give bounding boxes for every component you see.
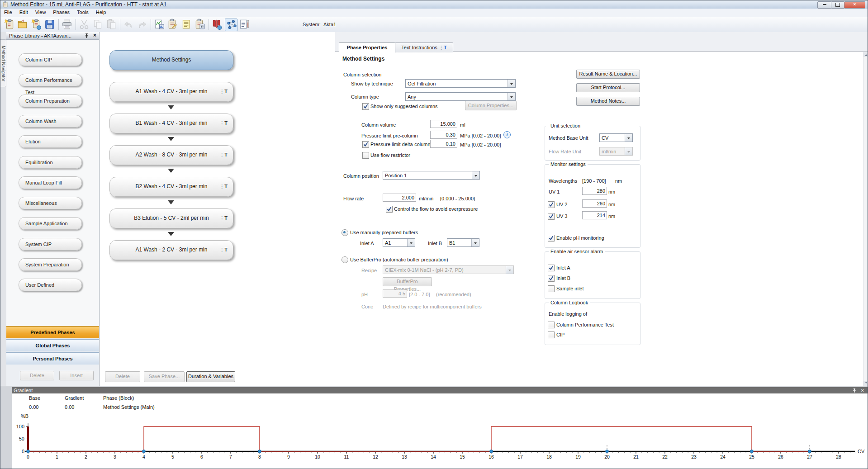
pin-icon[interactable] bbox=[84, 33, 89, 39]
sample-tubes-icon[interactable] bbox=[211, 19, 223, 30]
scroll-down-icon[interactable] bbox=[863, 381, 868, 386]
text-instructions-icon[interactable] bbox=[180, 19, 192, 30]
menu-view[interactable]: View bbox=[32, 9, 50, 17]
uv1-input[interactable]: 280 bbox=[582, 187, 607, 195]
start-protocol-button[interactable]: Start Protocol... bbox=[576, 83, 640, 92]
minimize-button[interactable] bbox=[817, 1, 831, 9]
method-phase-block[interactable]: A1 Wash - 2 CV - 3ml per min⋮T bbox=[109, 240, 233, 260]
phase-text-marker-icon[interactable]: ⋮T bbox=[219, 177, 228, 196]
phase-library-item[interactable]: Miscellaneous bbox=[19, 197, 82, 209]
ph-input[interactable]: 4.5 bbox=[383, 289, 407, 298]
flow-delete-button[interactable]: Delete bbox=[105, 371, 140, 382]
phase-library-item[interactable]: Sample Application bbox=[19, 217, 82, 230]
log-cip-checkbox[interactable] bbox=[548, 332, 555, 338]
scroll-up-icon[interactable] bbox=[863, 52, 868, 57]
phase-text-marker-icon[interactable]: ⋮T bbox=[219, 146, 228, 164]
log-cpt-checkbox[interactable] bbox=[548, 322, 555, 328]
phase-library-item[interactable]: System CIP bbox=[19, 238, 82, 251]
use-flow-restrictor-checkbox[interactable] bbox=[362, 152, 369, 159]
tab-text-instructions[interactable]: Text Instructions ⋮T bbox=[395, 43, 453, 52]
pin-icon[interactable] bbox=[852, 388, 857, 394]
method-notes-button[interactable]: Method Notes... bbox=[576, 97, 640, 106]
phase-library-item[interactable]: Column Performance Test bbox=[19, 74, 82, 86]
open-method-icon[interactable] bbox=[17, 19, 28, 30]
redo-icon[interactable] bbox=[136, 19, 148, 30]
show-only-suggested-checkbox[interactable] bbox=[362, 103, 369, 110]
system-settings-icon[interactable] bbox=[238, 19, 250, 30]
manual-buffers-radio[interactable] bbox=[342, 229, 348, 236]
flow-rate-unit-select[interactable]: ml/min bbox=[599, 147, 633, 156]
library-delete-button[interactable]: Delete bbox=[20, 371, 54, 380]
inlet-b-select[interactable]: B1 bbox=[447, 238, 479, 247]
method-phase-block[interactable]: B3 Elution - 5 CV - 2ml per min⋮T bbox=[109, 208, 233, 228]
close-icon[interactable]: × bbox=[861, 387, 864, 393]
library-insert-button[interactable]: Insert bbox=[59, 371, 94, 380]
flow-rate-input[interactable]: 2.000 bbox=[383, 194, 416, 202]
maximize-button[interactable] bbox=[831, 1, 844, 9]
method-settings-block[interactable]: Method Settings bbox=[109, 50, 233, 70]
tab-phase-properties[interactable]: Phase Properties bbox=[339, 43, 395, 53]
uv3-input[interactable]: 214 bbox=[582, 211, 607, 219]
menu-file[interactable]: File bbox=[0, 9, 16, 17]
method-phase-block[interactable]: B2 Wash - 4 CV - 3ml per min⋮T bbox=[109, 177, 233, 197]
phase-library-item[interactable]: User Defined bbox=[19, 279, 82, 291]
column-properties-button[interactable]: Column Properties... bbox=[465, 101, 517, 110]
category-tab-global-phases[interactable]: Global Phases bbox=[6, 339, 99, 351]
column-type-select[interactable]: Any bbox=[405, 92, 516, 101]
method-phase-block[interactable]: A1 Wash - 4 CV - 3ml per min⋮T bbox=[109, 82, 233, 102]
uv2-input[interactable]: 260 bbox=[582, 199, 607, 208]
method-base-unit-select[interactable]: CV bbox=[599, 133, 633, 142]
menu-help[interactable]: Help bbox=[92, 9, 110, 17]
menu-tools[interactable]: Tools bbox=[73, 9, 92, 17]
close-icon[interactable]: × bbox=[93, 33, 96, 38]
bufferpro-properties-button[interactable]: BufferPro Properties... bbox=[383, 277, 432, 286]
pressure-pre-input[interactable]: 0.30 bbox=[430, 131, 457, 139]
new-method-icon[interactable] bbox=[3, 19, 15, 30]
print-icon[interactable] bbox=[61, 19, 73, 30]
phase-properties-icon[interactable] bbox=[167, 19, 179, 30]
method-navigator-tab[interactable]: Method Navigator bbox=[0, 39, 6, 87]
evaluation-icon[interactable] bbox=[153, 19, 165, 30]
enable-ph-checkbox[interactable] bbox=[548, 235, 555, 242]
phase-library-item[interactable]: Column Preparation bbox=[19, 95, 82, 107]
control-flow-checkbox[interactable] bbox=[386, 206, 393, 213]
menu-edit[interactable]: Edit bbox=[16, 9, 32, 17]
method-phase-block[interactable]: B1 Wash - 4 CV - 3ml per min⋮T bbox=[109, 114, 233, 133]
column-position-select[interactable]: Position 1 bbox=[383, 171, 480, 180]
flow-save-phase-button[interactable]: Save Phase... bbox=[144, 371, 185, 382]
undo-icon[interactable] bbox=[123, 19, 134, 30]
phase-text-marker-icon[interactable]: ⋮T bbox=[219, 209, 228, 227]
menu-phases[interactable]: Phases bbox=[49, 9, 73, 17]
pressure-delta-input[interactable]: 0.10 bbox=[430, 140, 457, 148]
method-duration-icon[interactable] bbox=[194, 19, 206, 30]
phase-library-item[interactable]: Column Wash bbox=[19, 115, 82, 128]
gradient-chart[interactable]: 050100%B01234567891011121314151617181920… bbox=[0, 410, 868, 469]
phase-text-marker-icon[interactable]: ⋮T bbox=[219, 241, 228, 259]
copy-icon[interactable] bbox=[92, 19, 104, 30]
column-volume-input[interactable]: 15.000 bbox=[430, 120, 457, 128]
close-button[interactable]: × bbox=[844, 1, 865, 9]
uv3-checkbox[interactable] bbox=[548, 213, 555, 220]
result-name-location-button[interactable]: Result Name & Location... bbox=[576, 70, 640, 79]
phase-library-item[interactable]: System Preparation bbox=[19, 258, 82, 271]
phase-library-item[interactable]: Elution bbox=[19, 135, 82, 148]
duration-variables-button[interactable]: Duration & Variables bbox=[186, 371, 235, 382]
method-phase-block[interactable]: A2 Wash - 8 CV - 3ml per min⋮T bbox=[109, 145, 233, 165]
bufferpro-radio[interactable] bbox=[342, 256, 348, 263]
uv2-checkbox[interactable] bbox=[548, 201, 555, 208]
air-inlet-a-checkbox[interactable] bbox=[548, 265, 555, 271]
new-phase-icon[interactable] bbox=[30, 19, 42, 30]
show-by-technique-select[interactable]: Gel Filtration bbox=[405, 79, 516, 88]
air-sample-inlet-checkbox[interactable] bbox=[548, 285, 555, 292]
phase-library-item[interactable]: Manual Loop Fill bbox=[19, 176, 82, 189]
category-tab-predefined-phases[interactable]: Predefined Phases bbox=[6, 326, 99, 338]
recipe-select[interactable]: CIEX-mix 0-1M NaCl - (pH 2-7, PD) bbox=[383, 265, 514, 274]
pressure-delta-checkbox[interactable] bbox=[362, 141, 369, 148]
phase-library-item[interactable]: Column CIP bbox=[19, 53, 82, 66]
phase-text-marker-icon[interactable]: ⋮T bbox=[219, 114, 228, 133]
phase-library-item[interactable]: Equilibration bbox=[19, 156, 82, 169]
paste-icon[interactable] bbox=[105, 19, 117, 30]
save-icon[interactable] bbox=[44, 19, 56, 30]
info-icon[interactable]: i bbox=[503, 131, 511, 138]
cut-icon[interactable] bbox=[78, 19, 90, 30]
